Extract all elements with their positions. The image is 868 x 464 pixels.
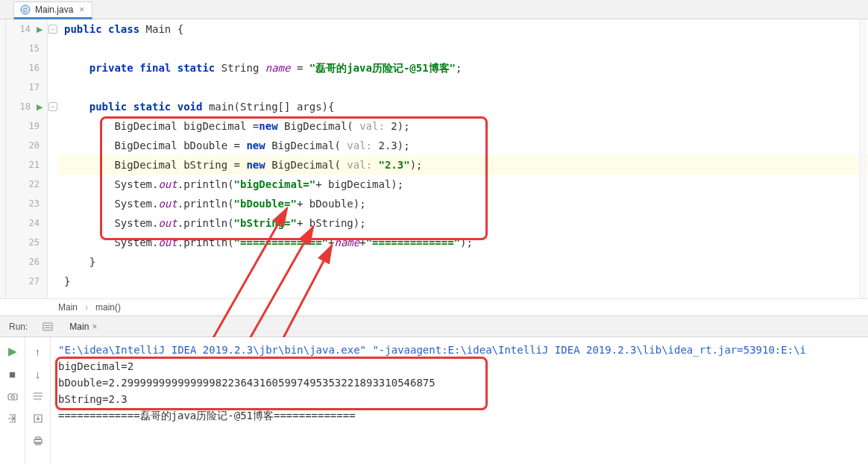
run-line-icon[interactable]: ▶: [37, 102, 43, 112]
svg-rect-11: [36, 437, 40, 439]
tab-label: Main.java: [35, 4, 73, 15]
close-icon[interactable]: ×: [92, 322, 97, 332]
print-button[interactable]: [30, 433, 46, 449]
line-number: 25: [6, 237, 43, 248]
up-stack-button[interactable]: ↑: [30, 343, 46, 360]
line-number: 24: [6, 218, 43, 228]
line-number: 21: [6, 160, 43, 170]
editor-area: 14▶ 15 16 17 18▶ 19 20 21 22 23 24 25 26…: [0, 19, 868, 298]
line-number: 18: [6, 101, 34, 112]
line-number: 17: [6, 82, 43, 93]
line-number: 26: [6, 257, 43, 267]
stop-button[interactable]: ■: [4, 366, 21, 382]
exit-button[interactable]: [4, 410, 21, 427]
run-actions-col1: ▶ ■: [0, 337, 25, 464]
svg-text:C: C: [23, 7, 28, 13]
run-label: Run:: [3, 322, 34, 332]
soft-wrap-button[interactable]: [30, 388, 46, 404]
run-tab-main[interactable]: Main ×: [62, 319, 104, 335]
line-number: 19: [6, 121, 43, 131]
fold-icon[interactable]: −: [48, 25, 57, 34]
console-area: ▶ ■ ↑ ↓ "E:\idea\IntelliJ IDEA 2019.2.3\…: [0, 337, 868, 464]
gutter: 14▶ 15 16 17 18▶ 19 20 21 22 23 24 25 26…: [6, 19, 48, 298]
breadcrumb-item[interactable]: main(): [95, 302, 121, 313]
dump-button[interactable]: [4, 388, 21, 404]
svg-rect-6: [45, 325, 51, 326]
debug-config-icon[interactable]: [41, 320, 54, 333]
chevron-right-icon: ›: [85, 302, 88, 313]
code-editor[interactable]: public class Main { private final static…: [58, 19, 868, 298]
rerun-button[interactable]: ▶: [4, 343, 21, 360]
line-number: 22: [6, 179, 43, 189]
breadcrumb: Main › main(): [0, 298, 868, 316]
line-number: 27: [6, 276, 43, 286]
down-stack-button[interactable]: ↓: [30, 366, 46, 382]
line-number: 20: [6, 140, 43, 151]
console-line: bigDecimal=2: [58, 358, 861, 374]
run-line-icon[interactable]: ▶: [37, 25, 43, 34]
console-line: bDouble=2.299999999999999822364316059974…: [58, 374, 861, 391]
scroll-end-button[interactable]: [30, 410, 46, 427]
run-tool-header: Run: Main ×: [0, 316, 868, 337]
console-line: bString=2.3: [58, 391, 861, 407]
breadcrumb-item[interactable]: Main: [58, 302, 78, 313]
svg-rect-5: [43, 323, 52, 330]
close-icon[interactable]: ×: [78, 4, 86, 15]
console-cmd: "E:\idea\IntelliJ IDEA 2019.2.3\jbr\bin\…: [58, 342, 861, 358]
console-output[interactable]: "E:\idea\IntelliJ IDEA 2019.2.3\jbr\bin\…: [51, 337, 868, 464]
line-number: 23: [6, 198, 43, 209]
run-actions-col2: ↑ ↓: [25, 337, 51, 464]
editor-minimap: [859, 19, 867, 298]
left-strip: [0, 19, 6, 298]
svg-rect-7: [45, 327, 51, 328]
line-number: 14: [6, 24, 34, 34]
run-tab-label: Main: [69, 322, 89, 332]
fold-icon[interactable]: −: [48, 102, 57, 111]
editor-tab-main[interactable]: C Main.java ×: [13, 1, 92, 19]
line-number: 15: [6, 43, 43, 54]
line-number: 16: [6, 63, 43, 73]
console-line: =============磊哥的java历险记-@51博客===========…: [58, 407, 861, 424]
svg-point-9: [10, 395, 13, 398]
tab-bar: C Main.java ×: [0, 0, 868, 19]
java-file-icon: C: [20, 4, 31, 15]
